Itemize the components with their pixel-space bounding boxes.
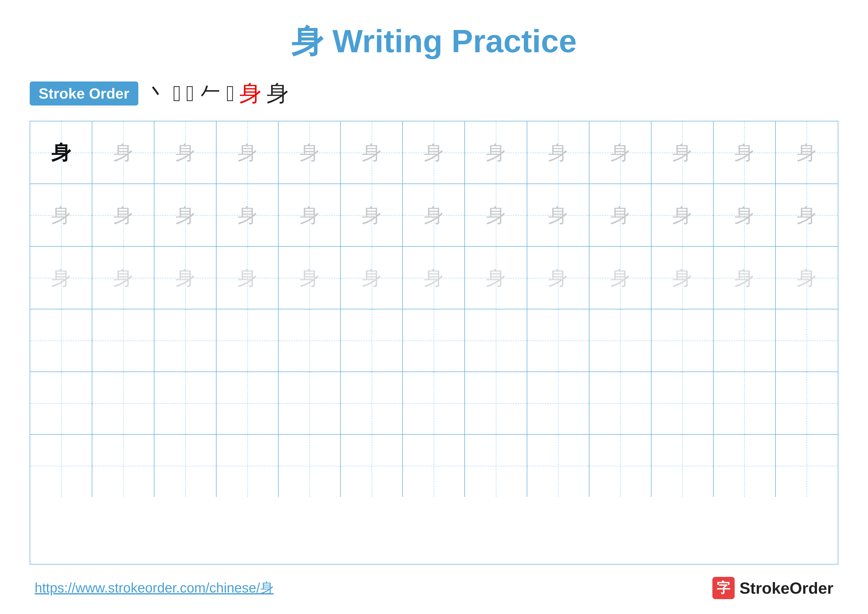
grid-cell[interactable] xyxy=(154,435,217,497)
grid-cell[interactable] xyxy=(30,309,92,372)
grid-cell[interactable] xyxy=(92,372,154,434)
grid-cell[interactable]: 身 xyxy=(279,121,341,183)
char-display: 身 xyxy=(548,268,568,288)
grid-cell[interactable]: 身 xyxy=(217,184,279,246)
grid-cell[interactable]: 身 xyxy=(527,247,589,309)
grid-cell[interactable] xyxy=(776,435,838,497)
grid-cell[interactable] xyxy=(589,435,651,497)
grid-cell[interactable] xyxy=(776,309,838,372)
grid-cell[interactable]: 身 xyxy=(714,247,776,309)
grid-cell[interactable]: 身 xyxy=(465,247,527,309)
grid-cell[interactable] xyxy=(92,435,154,497)
char-display: 身 xyxy=(51,143,71,162)
grid-cell[interactable]: 身 xyxy=(92,184,154,246)
grid-cell[interactable] xyxy=(279,435,341,497)
grid-row-2: 身 身 身 身 身 身 身 身 身 身 身 身 身 xyxy=(30,184,838,247)
grid-cell[interactable] xyxy=(527,435,589,497)
logo-icon: 字 xyxy=(712,577,735,599)
grid-cell[interactable] xyxy=(341,309,403,372)
char-display: 身 xyxy=(175,205,195,225)
grid-cell[interactable]: 身 xyxy=(403,184,465,246)
grid-cell[interactable] xyxy=(403,309,465,372)
grid-cell[interactable]: 身 xyxy=(217,121,279,183)
grid-cell[interactable]: 身 xyxy=(217,247,279,309)
grid-cell[interactable]: 身 xyxy=(589,121,651,183)
grid-cell[interactable] xyxy=(465,435,527,497)
char-display: 身 xyxy=(300,143,319,162)
char-display: 身 xyxy=(237,205,257,225)
grid-cell[interactable]: 身 xyxy=(30,184,92,246)
grid-cell[interactable] xyxy=(279,309,341,372)
grid-cell[interactable] xyxy=(465,372,527,434)
grid-row-3: 身 身 身 身 身 身 身 身 身 身 身 身 身 xyxy=(30,247,838,309)
grid-cell[interactable] xyxy=(589,372,651,434)
grid-cell[interactable]: 身 xyxy=(154,184,217,246)
grid-cell[interactable]: 身 xyxy=(776,247,838,309)
grid-cell[interactable]: 身 xyxy=(589,247,651,309)
char-display: 身 xyxy=(672,205,692,225)
grid-cell[interactable] xyxy=(341,372,403,434)
grid-cell[interactable]: 身 xyxy=(589,184,651,246)
grid-cell[interactable]: 身 xyxy=(154,247,217,309)
stroke-order-row: Stroke Order 丶 𠃌 𠃍 𠂉 𠂊 身 身 xyxy=(30,78,838,109)
grid-cell[interactable]: 身 xyxy=(279,247,341,309)
grid-cell[interactable] xyxy=(154,309,217,372)
grid-cell[interactable] xyxy=(217,372,279,434)
grid-cell[interactable] xyxy=(776,372,838,434)
stroke-6: 身 xyxy=(239,78,262,109)
grid-cell[interactable]: 身 xyxy=(465,121,527,183)
grid-cell[interactable] xyxy=(714,372,776,434)
writing-grid: 身 身 身 身 身 身 身 身 身 身 身 身 身 身 身 身 身 身 身 身 … xyxy=(30,121,838,564)
grid-cell[interactable]: 身 xyxy=(651,247,714,309)
grid-cell[interactable] xyxy=(527,309,589,372)
grid-cell[interactable]: 身 xyxy=(465,184,527,246)
page: 身 Writing Practice Stroke Order 丶 𠃌 𠃍 𠂉 … xyxy=(0,0,868,614)
char-display: 身 xyxy=(424,205,444,225)
grid-cell[interactable]: 身 xyxy=(341,184,403,246)
grid-cell[interactable] xyxy=(279,372,341,434)
grid-cell[interactable]: 身 xyxy=(714,184,776,246)
grid-cell[interactable] xyxy=(651,372,714,434)
grid-cell[interactable] xyxy=(341,435,403,497)
grid-cell[interactable] xyxy=(92,309,154,372)
grid-cell[interactable]: 身 xyxy=(527,184,589,246)
grid-cell[interactable]: 身 xyxy=(776,121,838,183)
grid-cell[interactable] xyxy=(465,309,527,372)
grid-cell[interactable] xyxy=(217,435,279,497)
char-display: 身 xyxy=(175,268,195,288)
grid-cell[interactable]: 身 xyxy=(403,247,465,309)
grid-cell[interactable] xyxy=(714,309,776,372)
grid-cell[interactable] xyxy=(714,435,776,497)
grid-cell[interactable] xyxy=(651,309,714,372)
grid-cell[interactable]: 身 xyxy=(92,247,154,309)
stroke-order-badge: Stroke Order xyxy=(30,81,138,106)
grid-cell[interactable]: 身 xyxy=(651,121,714,183)
grid-cell[interactable] xyxy=(589,309,651,372)
grid-cell[interactable]: 身 xyxy=(714,121,776,183)
grid-cell[interactable] xyxy=(651,435,714,497)
stroke-1: 丶 xyxy=(146,78,168,109)
char-display: 身 xyxy=(735,205,754,225)
grid-cell[interactable]: 身 xyxy=(403,121,465,183)
grid-cell[interactable]: 身 xyxy=(341,247,403,309)
grid-cell[interactable] xyxy=(154,372,217,434)
grid-cell[interactable]: 身 xyxy=(30,121,92,183)
grid-cell[interactable] xyxy=(30,372,92,434)
grid-cell[interactable] xyxy=(217,309,279,372)
grid-cell[interactable]: 身 xyxy=(527,121,589,183)
grid-cell[interactable] xyxy=(527,372,589,434)
grid-cell[interactable]: 身 xyxy=(30,247,92,309)
grid-cell[interactable] xyxy=(403,372,465,434)
grid-cell[interactable]: 身 xyxy=(279,184,341,246)
stroke-2: 𠃌 xyxy=(173,81,181,106)
grid-cell[interactable] xyxy=(30,435,92,497)
grid-cell[interactable]: 身 xyxy=(154,121,217,183)
grid-cell[interactable]: 身 xyxy=(92,121,154,183)
grid-cell[interactable]: 身 xyxy=(651,184,714,246)
grid-cell[interactable]: 身 xyxy=(776,184,838,246)
grid-cell[interactable] xyxy=(403,435,465,497)
char-display: 身 xyxy=(486,268,506,288)
footer-url[interactable]: https://www.strokeorder.com/chinese/身 xyxy=(35,579,274,597)
char-display: 身 xyxy=(797,268,817,288)
grid-cell[interactable]: 身 xyxy=(341,121,403,183)
